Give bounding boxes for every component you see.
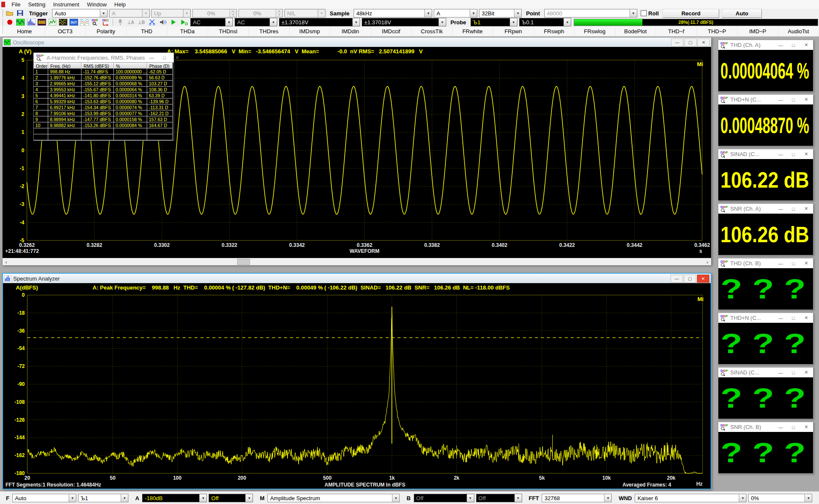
ground-b-icon[interactable]: ⊥B [136, 19, 146, 26]
minimize-button[interactable]: — [775, 423, 787, 431]
minimize-button[interactable]: — [775, 96, 787, 103]
tab-imddin[interactable]: IMDdin [330, 26, 371, 36]
tab-imdsmp[interactable]: IMDsmp [290, 26, 331, 36]
roll-checkbox[interactable]: Roll [641, 10, 659, 17]
maximize-button[interactable]: □ [787, 96, 799, 103]
trigger-level-spinner[interactable]: 0%▲▼ [192, 9, 237, 17]
chevron-down-icon[interactable]: ▼ [514, 9, 521, 17]
spectrogram-icon[interactable] [47, 19, 57, 26]
tab-frwhite[interactable]: FRwhite [453, 26, 494, 36]
chevron-down-icon[interactable]: ▼ [739, 494, 746, 502]
tab-frpwn[interactable]: FRpwn [493, 26, 534, 36]
spectrum-analyzer-icon[interactable] [26, 19, 36, 26]
close-button[interactable]: ✕ [697, 38, 710, 46]
save-icon[interactable] [15, 10, 25, 17]
oscilloscope-scrollbar[interactable]: ‹ › [3, 258, 711, 265]
device-test-plan-icon[interactable]: DUT [69, 19, 78, 26]
close-button[interactable]: ✕ [800, 369, 812, 376]
meter-titlebar[interactable]: DDPSNR (Ch. B)—□✕ [718, 422, 813, 432]
oscilloscope-icon[interactable] [15, 19, 25, 26]
maximize-button[interactable]: □ [787, 369, 799, 376]
record-icon[interactable] [5, 19, 15, 26]
close-button[interactable]: ✕ [800, 260, 812, 267]
chevron-down-icon[interactable]: ▼ [630, 9, 637, 17]
harmonics-titlebar[interactable]: DDP A-Harmonic Frequencies, RMS, Phases … [34, 53, 174, 62]
chevron-down-icon[interactable]: ▼ [69, 494, 76, 502]
trigger-delay-spinner[interactable]: 0%▲▼ [238, 9, 283, 17]
menu-help[interactable]: Help [110, 1, 130, 8]
checkbox-box[interactable] [641, 10, 647, 16]
chevron-down-icon[interactable]: ▼ [439, 18, 446, 26]
chevron-down-icon[interactable]: ▼ [467, 494, 474, 502]
open-folder-icon[interactable] [5, 10, 15, 17]
close-button[interactable]: ✕ [697, 275, 709, 283]
tab-oct3[interactable]: OCT3 [45, 26, 86, 36]
overlap-select[interactable]: 0%▼ [748, 494, 812, 502]
close-button[interactable]: ✕ [800, 151, 812, 158]
menu-window[interactable]: Window [83, 1, 110, 8]
column-header[interactable]: RMS (dBFS) [81, 63, 114, 69]
maximize-button[interactable]: □ [787, 205, 799, 212]
trigger-edge-select[interactable]: Up▼ [151, 9, 191, 17]
chevron-down-icon[interactable]: ▼ [392, 494, 399, 502]
close-button[interactable]: ✕ [800, 41, 812, 49]
fft-size-select[interactable]: 32768▼ [542, 494, 612, 502]
oscilloscope-titlebar[interactable]: Oscilloscope — ▢ ✕ [3, 38, 711, 47]
column-header[interactable]: Order [34, 63, 48, 69]
tab-imd-p[interactable]: IMD~P [738, 26, 778, 36]
maximize-button[interactable]: □ [787, 151, 799, 158]
range-floor-b-select[interactable]: Off▼ [414, 494, 474, 502]
sound-device-icon[interactable] [158, 19, 168, 26]
run-loop-icon[interactable] [179, 19, 189, 26]
probe-a-select[interactable]: Ъ1▼ [470, 18, 517, 26]
meter-titlebar[interactable]: DDPTHD+N (C...—□✕ [718, 95, 813, 104]
multimeter-icon[interactable]: 888 [37, 19, 46, 26]
column-header[interactable]: % [114, 63, 147, 69]
signal-generator-icon[interactable] [58, 19, 68, 26]
microphone-icon[interactable] [115, 19, 125, 26]
sample-channel-select[interactable]: A▼ [434, 9, 477, 17]
close-button[interactable]: ✕ [800, 205, 812, 212]
chevron-down-icon[interactable]: ▼ [563, 18, 571, 26]
column-header[interactable]: Phase (D) [147, 63, 173, 69]
range-b-select[interactable]: ±1.37018V▼ [362, 18, 446, 26]
maximize-button[interactable]: □ [787, 423, 799, 431]
maximize-button[interactable]: □ [787, 41, 799, 49]
minimize-button[interactable]: — [671, 275, 683, 283]
chevron-down-icon[interactable]: ▼ [514, 494, 522, 502]
chevron-down-icon[interactable]: ▼ [245, 494, 253, 502]
range-floor-a-select[interactable]: -180dB▼ [142, 494, 207, 502]
window-select[interactable]: Kaiser 6▼ [635, 494, 746, 502]
coupling-b-select[interactable]: AC▼ [235, 18, 277, 26]
tab-home[interactable]: Home [4, 26, 45, 36]
column-header[interactable]: Freq. (Hz) [48, 63, 81, 69]
toolbar-grip[interactable] [1, 19, 3, 26]
run-icon[interactable] [168, 19, 178, 26]
offset-a-select[interactable]: Off▼ [209, 494, 253, 502]
chevron-down-icon[interactable]: ▼ [470, 9, 477, 17]
auto-button[interactable]: Auto [722, 9, 762, 18]
tab-audiotst[interactable]: AudioTst [778, 26, 819, 36]
minimize-button[interactable]: — [775, 151, 787, 158]
minimize-button[interactable]: — [671, 38, 683, 46]
spin-up-icon[interactable]: ▲ [276, 9, 282, 13]
chevron-down-icon[interactable]: ▼ [199, 494, 206, 502]
chevron-down-icon[interactable]: ▼ [225, 18, 232, 26]
chevron-down-icon[interactable]: ▼ [121, 494, 128, 502]
chevron-down-icon[interactable]: ▼ [604, 494, 611, 502]
meter-titlebar[interactable]: DDPTHD (Ch. B)—□✕ [718, 258, 813, 268]
maximize-button[interactable]: ▢ [684, 275, 696, 283]
freq-mode-select[interactable]: Auto▼ [12, 494, 76, 502]
probe-b-select[interactable]: Ъ0.1▼ [519, 18, 571, 26]
minimize-button[interactable]: — [775, 260, 787, 267]
range-a-select[interactable]: ±1.37018V▼ [279, 18, 360, 26]
derived-plot-icon[interactable] [79, 19, 89, 26]
minimize-button[interactable]: — [145, 54, 157, 61]
spectrum-titlebar[interactable]: Spectrum Analyzer — ▢ ✕ [3, 274, 711, 283]
calibration-icon[interactable] [147, 19, 157, 26]
tab-thdnsl[interactable]: THDnsl [208, 26, 249, 36]
menu-instrument[interactable]: Instrument [49, 1, 83, 8]
ddc-icon[interactable]: DDC [101, 19, 110, 26]
chevron-down-icon[interactable]: ▼ [352, 18, 360, 26]
tab-polarity[interactable]: Polarity [86, 26, 127, 36]
